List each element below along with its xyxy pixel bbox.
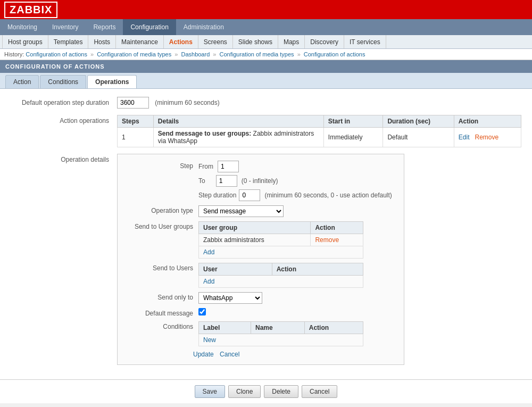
ug-remove-cell: Remove xyxy=(311,234,363,246)
table-row: Add xyxy=(199,246,363,259)
from-input[interactable] xyxy=(218,161,239,172)
operation-type-select[interactable]: Send message xyxy=(198,205,284,217)
tab-action[interactable]: Action xyxy=(5,75,39,88)
row-details: Send message to user groups: Zabbix admi… xyxy=(153,128,323,147)
second-nav: Host groups Templates Hosts Maintenance … xyxy=(0,35,532,49)
default-message-label: Default message xyxy=(124,308,198,317)
header: ZABBIX xyxy=(0,0,532,19)
step-value: From To (0 - infinitely) Step duration xyxy=(198,161,397,201)
logo: ZABBIX xyxy=(4,2,57,18)
users-add-link[interactable]: Add xyxy=(203,278,214,285)
save-button[interactable]: Save xyxy=(195,385,225,398)
col-action: Action xyxy=(454,115,521,128)
nav-host-groups[interactable]: Host groups xyxy=(2,35,48,48)
operation-details-box: Step From To (0 - infinitely) xyxy=(117,154,521,365)
table-row: New xyxy=(199,334,363,346)
delete-button[interactable]: Delete xyxy=(264,385,298,398)
user-header: User xyxy=(199,263,272,276)
col-duration: Duration (sec) xyxy=(383,115,454,128)
from-label: From xyxy=(198,163,213,170)
send-only-to-row: Send only to WhatsApp xyxy=(124,292,397,304)
breadcrumb-link-4[interactable]: Configuration of media types xyxy=(220,51,294,57)
row-actions: Edit Remove xyxy=(454,128,521,147)
default-message-value xyxy=(198,308,397,317)
nav-actions[interactable]: Actions xyxy=(164,35,198,48)
send-to-user-groups-row: Send to User groups User group Action xyxy=(124,221,397,259)
cancel-button[interactable]: Cancel xyxy=(302,385,337,398)
table-row: Zabbix administrators Remove xyxy=(199,234,363,246)
user-action-header: Action xyxy=(272,263,363,276)
breadcrumb-prefix: History: xyxy=(4,51,24,57)
tab-conditions[interactable]: Conditions xyxy=(40,75,86,88)
breadcrumb-link-1[interactable]: Configuration of actions xyxy=(26,51,87,57)
nav-hosts[interactable]: Hosts xyxy=(88,35,116,48)
nav-screens[interactable]: Screens xyxy=(198,35,233,48)
nav-it-services[interactable]: IT services xyxy=(344,35,386,48)
breadcrumb-link-3[interactable]: Dashboard xyxy=(181,51,210,57)
user-groups-table: User group Action Zabbix administrators … xyxy=(198,221,363,259)
row-remove-link[interactable]: Remove xyxy=(475,134,499,141)
step-duration-row: Default operation step duration (minimum… xyxy=(11,97,521,109)
send-to-user-groups-label: Send to User groups xyxy=(124,221,198,230)
tab-operations[interactable]: Operations xyxy=(87,75,137,88)
users-table: User Action Add xyxy=(198,263,363,288)
action-operations-row: Action operations Steps Details Start in… xyxy=(11,115,521,147)
ug-add-cell: Add xyxy=(199,246,363,259)
step-duration-inner-input[interactable] xyxy=(239,189,260,201)
nav-maps[interactable]: Maps xyxy=(278,35,305,48)
cond-label-header: Label xyxy=(199,322,251,334)
breadcrumb: History: Configuration of actions » Conf… xyxy=(0,49,532,60)
step-duration-value: (minimum 60 seconds) xyxy=(117,97,521,109)
col-start-in: Start in xyxy=(323,115,383,128)
col-steps: Steps xyxy=(118,115,154,128)
conditions-value: Label Name Action New xyxy=(198,321,397,346)
to-label: To xyxy=(198,177,205,185)
nav-monitoring[interactable]: Monitoring xyxy=(0,19,45,35)
nav-administration[interactable]: Administration xyxy=(176,19,231,35)
details-prefix: Send message to user groups: xyxy=(158,130,251,137)
cond-action-header: Action xyxy=(304,322,363,334)
ug-add-link[interactable]: Add xyxy=(203,248,214,256)
nav-discovery[interactable]: Discovery xyxy=(305,35,344,48)
operation-type-label: Operation type xyxy=(124,205,198,214)
ug-name: Zabbix administrators xyxy=(199,234,311,246)
action-buttons: Save Clone Delete Cancel xyxy=(0,379,532,403)
step-duration-inner-label: Step duration xyxy=(198,192,236,199)
breadcrumb-link-2[interactable]: Configuration of media types xyxy=(97,51,171,57)
row-edit-link[interactable]: Edit xyxy=(459,134,470,141)
conditions-label: Conditions xyxy=(124,321,198,330)
send-only-to-value: WhatsApp xyxy=(198,292,397,304)
send-only-to-select[interactable]: WhatsApp xyxy=(198,292,262,304)
nav-templates[interactable]: Templates xyxy=(48,35,89,48)
nav-inventory[interactable]: Inventory xyxy=(45,19,86,35)
cancel-link[interactable]: Cancel xyxy=(220,351,239,358)
conditions-table: Label Name Action New xyxy=(198,321,363,346)
step-row: Step From To (0 - infinitely) xyxy=(124,161,397,201)
action-operations-label: Action operations xyxy=(11,115,117,124)
operation-type-value: Send message xyxy=(198,205,397,217)
clone-button[interactable]: Clone xyxy=(228,385,261,398)
nav-configuration[interactable]: Configuration xyxy=(123,19,176,35)
breadcrumb-link-5[interactable]: Configuration of actions xyxy=(304,51,365,57)
action-operations-table: Steps Details Start in Duration (sec) Ac… xyxy=(117,115,521,147)
update-link[interactable]: Update xyxy=(193,351,214,358)
nav-slide-shows[interactable]: Slide shows xyxy=(233,35,278,48)
nav-reports[interactable]: Reports xyxy=(86,19,123,35)
step-duration-label: Default operation step duration xyxy=(11,97,117,106)
nav-maintenance[interactable]: Maintenance xyxy=(116,35,164,48)
step-duration-input[interactable] xyxy=(117,97,149,109)
step-duration-hint: (minimum 60 seconds) xyxy=(155,99,219,106)
conditions-row: Conditions Label Name Action xyxy=(124,321,397,346)
operation-details-label: Operation details xyxy=(11,154,117,163)
op-form-buttons: Update Cancel xyxy=(124,351,397,358)
default-message-checkbox[interactable] xyxy=(198,308,206,315)
table-row: Add xyxy=(199,276,363,288)
default-message-row: Default message xyxy=(124,308,397,317)
cond-new-cell: New xyxy=(199,334,363,346)
send-to-user-groups-value: User group Action Zabbix administrators … xyxy=(198,221,397,259)
ug-remove-link[interactable]: Remove xyxy=(315,236,339,244)
send-to-users-label: Send to Users xyxy=(124,263,198,272)
to-input[interactable] xyxy=(216,175,237,187)
cond-new-link[interactable]: New xyxy=(203,336,216,344)
send-to-users-value: User Action Add xyxy=(198,263,397,288)
